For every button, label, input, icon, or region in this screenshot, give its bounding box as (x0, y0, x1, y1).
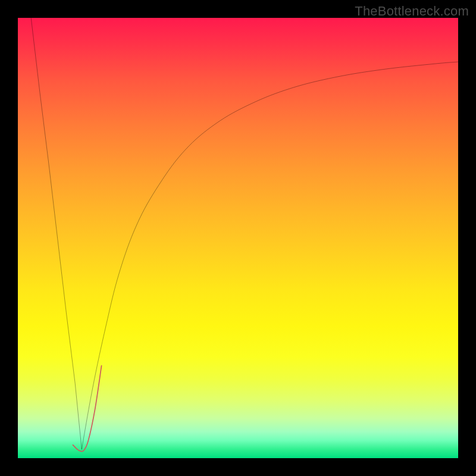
left-branch-line (31, 18, 82, 449)
right-branch-line (82, 62, 458, 449)
curve-overlay (18, 18, 458, 458)
watermark-text: TheBottleneck.com (355, 4, 469, 19)
accent-hook-line (73, 366, 102, 452)
chart-frame: TheBottleneck.com (0, 0, 476, 476)
